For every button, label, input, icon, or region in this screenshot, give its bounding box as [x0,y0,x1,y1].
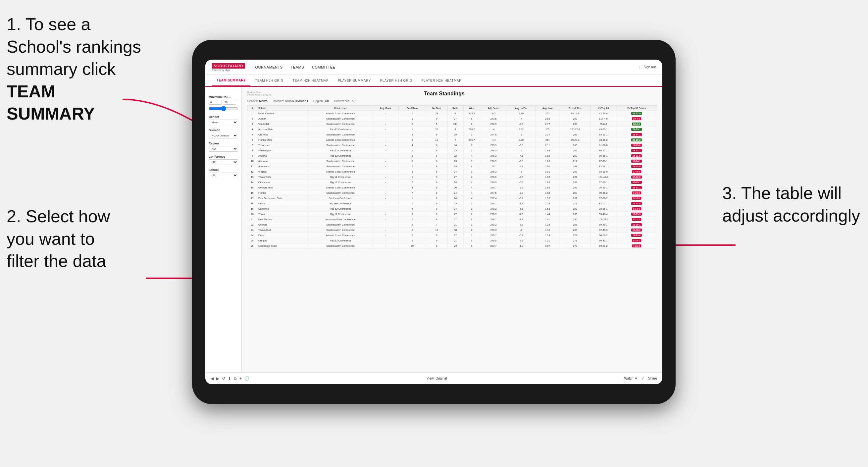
cell-no-tour: 9 [426,233,447,238]
subnav-team-h2h-heatmap[interactable]: TEAM H2H HEATMAP [288,75,333,86]
table-header-row: # School Conference Avg. Rank Conf Rank … [247,106,657,111]
cell-school[interactable]: Arizona [257,153,309,159]
cell-adj-score: 277 [480,164,507,169]
nav-teams[interactable]: TEAMS [291,64,304,70]
cell-vs-top-25: 82-18-1 [590,164,616,169]
cell-no-tour: 8 [426,159,447,164]
toolbar-reload-icon[interactable]: ↺ [222,376,225,381]
table-row: 2AuburnSoutheastern Conference-19276273.… [247,116,657,122]
subnav-player-summary[interactable]: PLAYER SUMMARY [333,75,375,86]
cell-school[interactable]: Georgia [257,222,309,227]
toolbar-forward-icon[interactable]: ▶ [216,376,219,381]
cell-school[interactable]: California [257,206,309,212]
cell-school[interactable]: New Mexico [257,217,309,222]
sign-out-link[interactable]: Sign out [644,65,656,69]
cell-rnds: 16 [447,143,463,148]
cell-school[interactable]: Texas [257,212,309,217]
watch-button[interactable]: Watch ▼ [624,377,638,380]
cell-no-tour: 9 [426,238,447,243]
cell-wins: 1 [463,132,480,137]
cell-wins: 4 [463,196,480,201]
min-rou-slider[interactable] [209,106,238,111]
cell-school[interactable]: Vanderbilt [257,122,309,127]
cell-rank: 3 [247,122,257,127]
fullscreen-icon[interactable]: ⤢ [642,377,644,380]
cell-wins: 274.2 [463,127,480,132]
cell-adj-score: 278.9 [480,212,507,217]
min-rou-max-input[interactable] [223,100,236,105]
cell-wins: 2 [463,180,480,185]
cell-school[interactable]: Arizona State [257,127,309,132]
subnav-team-h2h-grid[interactable]: TEAM H2H GRID [250,75,288,86]
cell-school[interactable]: Oklahoma [257,180,309,185]
cell-school[interactable]: North Carolina [257,111,309,116]
cell-school[interactable]: East Tennessee State [257,196,309,201]
cell-wins: 373.5 [463,111,480,116]
cell-avg-low: 1.90 [535,164,560,169]
cell-school[interactable]: Virginia [257,169,309,175]
table-row: 16FloridaSoutheastern Conference-7924427… [247,190,657,196]
cell-school[interactable]: Oregon [257,238,309,243]
cell-school[interactable]: Arkansas [257,164,309,169]
cell-vs-top-50-points: 23-13-0 [616,164,657,169]
toolbar-view-original[interactable]: View: Original [427,377,447,380]
cell-avg-to-par: -3.1 [507,238,535,243]
share-button[interactable]: Share [648,377,657,380]
cell-conf-rank: 1 [399,175,426,180]
toolbar-add-icon[interactable]: + [240,376,242,381]
table-header-info: Update time: 27/03/2024 16:56:26 Team St… [247,91,657,97]
toolbar-copy-icon[interactable]: ⧉ [234,376,237,381]
logo-text: SCOREBOARD [212,63,245,68]
cell-avg-low: 1.85 [535,180,560,185]
division-select[interactable]: NCAA Division I NCAA Division II NCAA Di… [209,133,238,138]
cell-school[interactable]: Florida State [257,137,309,143]
cell-school[interactable]: Duke [257,233,309,238]
cell-wins: 2 [463,227,480,233]
cell-adj-score: -4 [480,127,507,132]
table-row: 26Mississippi StateSoutheastern Conferen… [247,243,657,249]
toolbar-back-icon[interactable]: ◀ [211,376,214,381]
cell-conf-rank: 6 [399,164,426,169]
cell-school[interactable]: Texas Tech [257,175,309,180]
cell-school[interactable]: Washington [257,148,309,153]
table-row: 18IllinoisBig Ten Conference-19231276.1-… [247,201,657,206]
cell-school[interactable]: Illinois [257,201,309,206]
cell-school[interactable]: Mississippi State [257,243,309,249]
cell-rnds: 28 [447,164,463,169]
cell-no-tour: 8 [426,148,447,153]
cell-conf-rank: 4 [399,143,426,148]
view-original-label: View: Original [427,377,447,380]
cell-school[interactable]: Florida [257,190,309,196]
cell-vs-top-50-points: 13-24-1 [616,159,657,164]
toolbar-clock-icon[interactable]: 🕐 [244,376,249,381]
cell-avg-to-par: -3.5 [507,175,535,180]
gender-select[interactable]: Men's Women's [209,120,238,125]
cell-vs-top-25: 117-4-0 [590,116,616,122]
cell-school[interactable]: Tennessee [257,143,309,148]
cell-school[interactable]: Ole Miss [257,132,309,137]
table-row: 20TexasBig 12 Conference-38278278.90.71.… [247,212,657,217]
cell-overall-rec: 95-29-2 [560,137,590,143]
subnav-player-h2h-heatmap[interactable]: PLAYER H2H HEATMAP [416,75,466,86]
subnav-team-summary[interactable]: TEAM SUMMARY [212,75,250,86]
min-rou-min-input[interactable] [209,100,222,105]
school-select[interactable]: (All) [209,173,238,178]
cell-rnds: 23 [447,201,463,206]
conference-select[interactable]: (All) [209,159,238,165]
cell-vs-top-50-points: 79-25-1 [616,127,657,132]
nav-committee[interactable]: COMMITTEE [312,64,336,70]
cell-avg-low: 2.88 [535,116,560,122]
instruction-1-bold: TEAM SUMMARY [7,82,95,124]
cell-vs-top-25: 60-39-2 [590,243,616,249]
cell-school[interactable]: Alabama [257,159,309,164]
region-select[interactable]: N/A All [209,146,238,152]
toolbar-share-icon[interactable]: ⬆ [228,376,231,381]
subnav-player-h2h-grid[interactable]: PLAYER H2H GRID [376,75,417,86]
cell-school[interactable]: Texas A&M [257,227,309,233]
nav-tournaments[interactable]: TOURNAMENTS [253,64,282,70]
cell-rnds: 27 [447,175,463,180]
cell-school[interactable]: Georgia Tech [257,185,309,190]
cell-school[interactable]: Auburn [257,116,309,122]
cell-rank: 2 [247,116,257,122]
cell-wins: 1 [463,169,480,175]
